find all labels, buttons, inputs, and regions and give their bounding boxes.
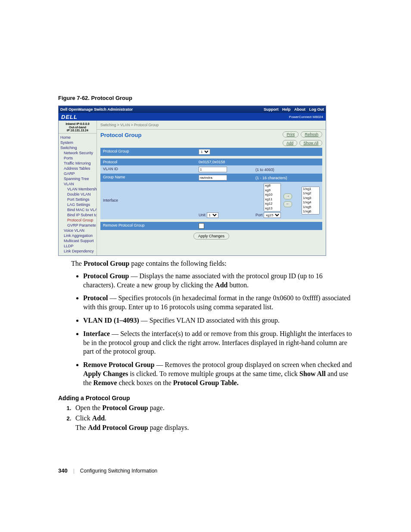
window-title: Dell OpenManage Switch Administrator: [60, 107, 133, 112]
nav-item[interactable]: Double VLAN: [60, 192, 97, 197]
row-protocol-group: Protocol Group 1: [100, 148, 322, 156]
nav-item[interactable]: Switching: [60, 145, 97, 150]
main-pane: Switching > VLAN > Protocol Group Print …: [97, 121, 326, 255]
checkbox-remove[interactable]: [199, 223, 204, 229]
breadcrumb: Switching > VLAN > Protocol Group: [97, 121, 326, 130]
intro-text: The Protocol Group page contains the fol…: [71, 259, 353, 268]
ip-info: Inband IP:0.0.0.0 Out-of-band IP:10.131.…: [59, 121, 97, 134]
select-unit[interactable]: 1: [207, 212, 218, 218]
nav-item[interactable]: Bind MAC to VLA: [60, 207, 97, 212]
nav-item[interactable]: Ports: [60, 156, 97, 161]
bullet-vlan-id: VLAN ID (1–4093) — Specifies VLAN ID ass…: [83, 316, 353, 325]
nav-item[interactable]: LLDP: [60, 243, 97, 249]
nav-item[interactable]: Voice VLAN: [60, 228, 97, 233]
refresh-button[interactable]: Refresh: [301, 131, 322, 137]
row-interface: Interface Unit 1 xg8xg9xg10xg11xg12xg13x…: [100, 182, 322, 219]
nav-item[interactable]: Port Settings: [60, 197, 97, 202]
nav-item[interactable]: GARP: [60, 171, 97, 176]
label-interface: Interface: [100, 182, 196, 219]
subheading-adding: Adding a Protocol Group: [58, 395, 353, 401]
footer-title: Configuring Switching Information: [80, 468, 157, 474]
link-about[interactable]: About: [294, 107, 305, 112]
row-vlan-id: VLAN ID (1 to 4093): [100, 165, 322, 174]
oob-ip: Out-of-band IP:10.131.13.24: [59, 126, 96, 132]
document-page: Figure 7-62. Protocol Group Dell OpenMan…: [0, 0, 411, 532]
nav-item[interactable]: GVRP Paramete: [60, 223, 97, 228]
label-group-name: Group Name: [100, 174, 196, 182]
hint-group-name: (1 - 16 characters): [255, 176, 287, 180]
label-unit: Unit: [199, 213, 206, 217]
term-protocol-group: Protocol Group: [84, 260, 130, 267]
value-protocol: 0x0157,0x0158: [199, 160, 225, 164]
nav-item[interactable]: Link Dependency: [60, 249, 97, 254]
field-list: Protocol Group — Displays the name assoc…: [58, 272, 353, 388]
screenshot-frame: Dell OpenManage Switch Administrator Sup…: [58, 106, 326, 256]
bullet-interface: Interface — Selects the interface(s) to …: [83, 330, 353, 356]
row-group-name: Group Name (1 - 16 characters): [100, 174, 322, 182]
print-button[interactable]: Print: [283, 131, 299, 137]
nav-item[interactable]: VLAN: [60, 181, 97, 187]
label-vlan-id: VLAN ID: [100, 165, 196, 174]
link-logout[interactable]: Log Out: [309, 107, 324, 112]
arrow-right-icon[interactable]: →: [283, 193, 292, 199]
nav-item[interactable]: Spanning Tree: [60, 176, 97, 181]
nav-item[interactable]: Bind IP Subnet to: [60, 212, 97, 218]
nav-item[interactable]: Protocol Group: [60, 218, 97, 223]
label-port: Port: [255, 213, 263, 217]
footer-separator: |: [73, 467, 75, 474]
inband-ip: Inband IP:0.0.0.0: [59, 122, 96, 126]
bullet-protocol-group: Protocol Group — Displays the name assoc…: [83, 272, 353, 290]
header-links: Support Help About Log Out: [261, 107, 324, 112]
window-titlebar: Dell OpenManage Switch Administrator Sup…: [59, 106, 326, 113]
select-protocol-group[interactable]: 1: [199, 149, 210, 155]
nav-item[interactable]: Traffic Mirroring: [60, 161, 97, 166]
nav-item[interactable]: VLAN Membership: [60, 187, 97, 192]
bullet-remove: Remove Protocol Group — Removes the prot…: [83, 361, 353, 387]
hint-vlan-id: (1 to 4093): [255, 168, 274, 172]
list-selected-ports[interactable]: 1/xg11/xg21/xg31/xg41/xg51/xg61/xg7: [302, 187, 320, 215]
nav-item[interactable]: Network Security: [60, 150, 97, 156]
add-button[interactable]: Add: [283, 140, 297, 146]
nav-item[interactable]: Multicast Support: [60, 238, 97, 243]
input-group-name[interactable]: [199, 175, 227, 180]
list-available-ports[interactable]: xg8xg9xg10xg11xg12xg13xg14: [264, 183, 281, 212]
nav-tree: Inband IP:0.0.0.0 Out-of-band IP:10.131.…: [59, 121, 97, 255]
nav-item[interactable]: Address Tables: [60, 166, 97, 171]
link-support[interactable]: Support: [264, 107, 279, 112]
page-footer: 340 | Configuring Switching Information: [58, 467, 157, 474]
step-1: Open the Protocol Group page.: [73, 404, 353, 412]
show-all-button[interactable]: Show All: [299, 140, 322, 146]
input-vlan-id[interactable]: [199, 167, 227, 172]
brand-bar: DELL PowerConnect M8024: [59, 113, 326, 121]
device-model: PowerConnect M8024: [289, 115, 323, 119]
nav-item[interactable]: LAG Settings: [60, 202, 97, 207]
label-protocol-group: Protocol Group: [100, 148, 196, 156]
row-remove: Remove Protocol Group: [100, 222, 322, 230]
arrow-left-icon[interactable]: ←: [283, 201, 292, 207]
nav-item[interactable]: Link Aggregation: [60, 233, 97, 238]
bullet-protocol: Protocol — Specifies protocols (in hexad…: [83, 294, 353, 312]
nav-item[interactable]: Home: [60, 135, 97, 140]
step-2: Click Add. The Add Protocol Group page d…: [73, 414, 353, 432]
step-2-result: The Add Protocol Group page displays.: [75, 424, 353, 432]
figure-caption: Figure 7-62. Protocol Group: [58, 95, 353, 101]
steps-list: Open the Protocol Group page. Click Add.…: [58, 404, 353, 432]
label-remove: Remove Protocol Group: [100, 222, 196, 230]
select-port[interactable]: xg15: [264, 212, 281, 218]
brand-logo: DELL: [61, 114, 78, 120]
row-protocol: Protocol 0x0157,0x0158: [100, 159, 322, 165]
nav-item[interactable]: System: [60, 140, 97, 145]
link-help[interactable]: Help: [282, 107, 291, 112]
label-protocol: Protocol: [100, 159, 196, 165]
page-number: 340: [58, 467, 68, 474]
apply-changes-button[interactable]: Apply Changes: [193, 233, 229, 240]
